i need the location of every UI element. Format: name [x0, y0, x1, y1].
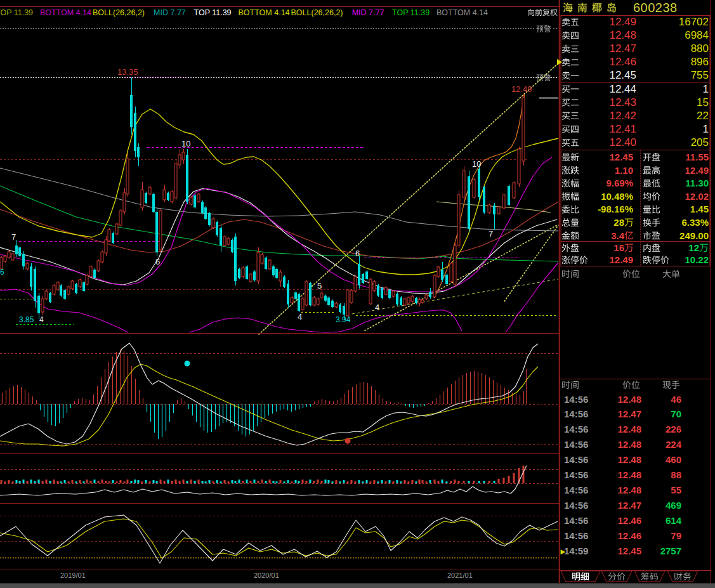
- svg-text:28: 28: [613, 217, 624, 228]
- svg-text:9.69%: 9.69%: [606, 178, 633, 188]
- svg-text:6.33%: 6.33%: [681, 217, 709, 228]
- svg-text:MID 7.77: MID 7.77: [352, 8, 384, 17]
- svg-text:13.35: 13.35: [117, 67, 138, 77]
- svg-text:16: 16: [613, 242, 624, 253]
- svg-text:10: 10: [181, 139, 190, 148]
- svg-text:3.85: 3.85: [19, 315, 34, 324]
- svg-text:12.48: 12.48: [617, 454, 641, 465]
- svg-text:12.49: 12.49: [609, 16, 636, 28]
- svg-text:5: 5: [317, 281, 322, 291]
- svg-text:14:56: 14:56: [564, 500, 588, 511]
- svg-text:46: 46: [671, 394, 681, 405]
- svg-text:896: 896: [691, 56, 709, 68]
- svg-text:55: 55: [671, 485, 681, 495]
- svg-text:16702: 16702: [679, 16, 709, 28]
- svg-text:1.10: 1.10: [615, 165, 633, 176]
- svg-text:14:56: 14:56: [564, 394, 588, 405]
- svg-text:12.44: 12.44: [609, 83, 636, 95]
- svg-text:12.49: 12.49: [511, 84, 532, 94]
- svg-text:BOTTOM 4.14: BOTTOM 4.14: [239, 8, 290, 17]
- svg-text:BOTTOM 4.14: BOTTOM 4.14: [40, 8, 91, 17]
- svg-text:12.47: 12.47: [617, 408, 641, 419]
- svg-text:12.42: 12.42: [609, 110, 636, 122]
- svg-text:12.45: 12.45: [609, 152, 633, 162]
- svg-text:70: 70: [671, 408, 681, 419]
- svg-text:600238: 600238: [633, 1, 678, 15]
- svg-text:12.48: 12.48: [617, 439, 641, 450]
- svg-text:88: 88: [671, 469, 681, 480]
- svg-text:MID 7.77: MID 7.77: [154, 8, 186, 17]
- svg-text:2757: 2757: [660, 546, 681, 556]
- svg-text:14:56: 14:56: [564, 469, 588, 480]
- svg-text:12.02: 12.02: [685, 191, 709, 202]
- svg-text:BOTTOM 4.14: BOTTOM 4.14: [436, 8, 488, 17]
- svg-text:12.46: 12.46: [617, 515, 641, 526]
- svg-text:79: 79: [671, 530, 681, 541]
- svg-text:4: 4: [298, 312, 302, 322]
- svg-text:12.46: 12.46: [609, 56, 636, 68]
- svg-text:12: 12: [688, 242, 699, 253]
- svg-text:469: 469: [666, 500, 681, 511]
- svg-text:22: 22: [697, 110, 709, 122]
- svg-text:460: 460: [666, 454, 681, 465]
- svg-text:3.94: 3.94: [336, 315, 351, 324]
- svg-text:6: 6: [355, 249, 360, 258]
- svg-text:BOLL(26,26,2): BOLL(26,26,2): [93, 8, 145, 17]
- svg-text:6: 6: [155, 257, 160, 266]
- svg-text:BOLL(26,26,2): BOLL(26,26,2): [291, 8, 343, 17]
- svg-text:12.46: 12.46: [617, 530, 641, 541]
- svg-text:12.47: 12.47: [609, 42, 636, 55]
- svg-text:224: 224: [666, 439, 682, 450]
- svg-text:226: 226: [666, 424, 681, 434]
- svg-text:14:56: 14:56: [564, 530, 588, 541]
- svg-text:12.43: 12.43: [609, 96, 636, 108]
- svg-text:TOP 11.39: TOP 11.39: [392, 8, 430, 17]
- svg-text:6: 6: [0, 268, 4, 277]
- svg-text:12.40: 12.40: [609, 136, 636, 148]
- svg-text:2020/01: 2020/01: [254, 572, 279, 579]
- svg-text:1.45: 1.45: [690, 204, 709, 214]
- svg-text:14:56: 14:56: [564, 515, 588, 526]
- svg-text:4: 4: [39, 315, 44, 324]
- svg-text:12.41: 12.41: [609, 123, 636, 135]
- svg-text:10: 10: [472, 159, 481, 169]
- svg-text:14:59: 14:59: [564, 546, 588, 556]
- svg-text:14:56: 14:56: [564, 485, 588, 495]
- svg-text:12.48: 12.48: [617, 469, 641, 480]
- svg-text:12.47: 12.47: [617, 500, 641, 511]
- svg-text:4: 4: [375, 303, 379, 312]
- svg-text:12.45: 12.45: [609, 69, 636, 81]
- svg-text:2021/01: 2021/01: [447, 572, 473, 579]
- svg-text:12.48: 12.48: [617, 424, 641, 434]
- svg-text:2019/01: 2019/01: [60, 572, 86, 579]
- svg-text:3.4: 3.4: [611, 230, 625, 241]
- svg-text:12.48: 12.48: [617, 485, 641, 495]
- svg-text:12.45: 12.45: [617, 546, 641, 556]
- svg-text:10.48%: 10.48%: [601, 191, 633, 202]
- svg-text:7: 7: [11, 232, 16, 242]
- svg-text:10.22: 10.22: [685, 254, 709, 265]
- svg-text:12.49: 12.49: [685, 165, 709, 176]
- svg-text:TOP 11.39: TOP 11.39: [0, 8, 33, 17]
- svg-text:11.30: 11.30: [685, 178, 709, 188]
- svg-text:614: 614: [666, 515, 682, 526]
- svg-text:-98.16%: -98.16%: [598, 204, 633, 214]
- svg-text:14:56: 14:56: [564, 454, 588, 465]
- svg-text:1: 1: [703, 123, 709, 135]
- svg-text:12.49: 12.49: [609, 254, 633, 265]
- svg-text:880: 880: [691, 42, 709, 55]
- svg-text:TOP 11.39: TOP 11.39: [194, 8, 232, 17]
- svg-text:755: 755: [691, 69, 709, 81]
- svg-text:7: 7: [489, 229, 493, 238]
- svg-text:14:56: 14:56: [564, 439, 588, 450]
- svg-text:14:56: 14:56: [564, 408, 588, 419]
- svg-text:14:56: 14:56: [564, 424, 588, 434]
- svg-text:12.48: 12.48: [617, 394, 641, 405]
- svg-text:249.00: 249.00: [679, 230, 709, 241]
- svg-text:12.48: 12.48: [609, 29, 636, 41]
- svg-text:205: 205: [691, 136, 709, 148]
- svg-text:11.55: 11.55: [685, 152, 709, 162]
- svg-text:6984: 6984: [685, 29, 709, 41]
- svg-text:1: 1: [703, 83, 709, 95]
- svg-text:►: ►: [559, 547, 567, 556]
